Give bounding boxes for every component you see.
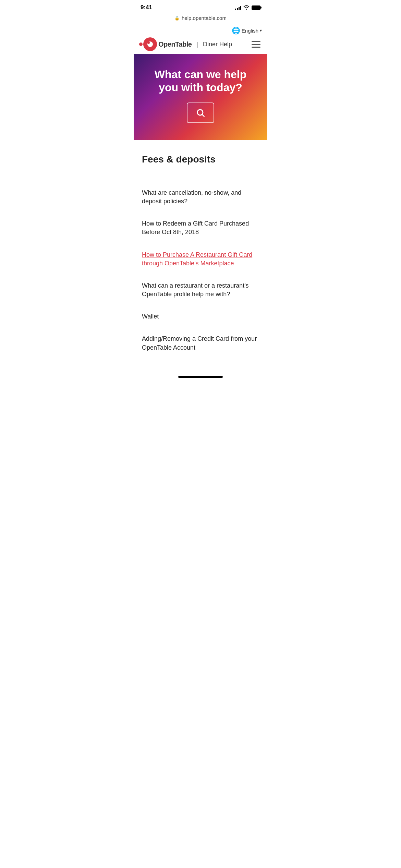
section-divider	[142, 172, 259, 172]
address-bar: 🔒 help.opentable.com	[134, 13, 267, 24]
header-nav: 🌐 English ▾ OpenTable | Diner Help	[134, 24, 267, 54]
article-link[interactable]: What are cancellation, no-show, and depo…	[142, 189, 259, 206]
language-label[interactable]: English	[242, 28, 258, 34]
brand-name: OpenTable	[158, 40, 192, 48]
status-icons	[235, 5, 260, 11]
list-item[interactable]: What are cancellation, no-show, and depo…	[142, 182, 259, 213]
battery-icon	[252, 5, 260, 10]
list-item[interactable]: Wallet	[142, 305, 259, 328]
wifi-icon	[243, 5, 250, 11]
article-list: What are cancellation, no-show, and depo…	[142, 182, 259, 359]
status-bar: 9:41	[134, 0, 267, 13]
list-item[interactable]: How to Purchase A Restaurant Gift Card t…	[142, 244, 259, 275]
hero-banner: What can we help you with today?	[134, 54, 267, 140]
brand-left: OpenTable | Diner Help	[139, 37, 232, 51]
address-text: help.opentable.com	[182, 15, 227, 21]
home-indicator	[134, 373, 267, 380]
section-title: Fees & deposits	[142, 154, 259, 165]
list-item[interactable]: Adding/Removing a Credit Card from your …	[142, 328, 259, 359]
opentable-logo[interactable]: OpenTable	[139, 37, 192, 51]
globe-icon: 🌐	[232, 26, 240, 35]
article-link[interactable]: Adding/Removing a Credit Card from your …	[142, 335, 259, 352]
home-bar	[178, 376, 223, 378]
signal-icon	[235, 5, 241, 10]
article-link[interactable]: How to Purchase A Restaurant Gift Card t…	[142, 251, 259, 268]
brand-row: OpenTable | Diner Help	[139, 37, 262, 51]
language-row[interactable]: 🌐 English ▾	[139, 26, 262, 35]
hamburger-menu-button[interactable]	[250, 40, 262, 49]
article-link[interactable]: Wallet	[142, 312, 259, 321]
article-link[interactable]: What can a restaurant or a restaurant's …	[142, 281, 259, 299]
diner-help-text: Diner Help	[203, 41, 232, 48]
status-time: 9:41	[141, 4, 152, 11]
logo-circle	[143, 37, 157, 51]
lock-icon: 🔒	[174, 16, 180, 21]
content-area: Fees & deposits What are cancellation, n…	[134, 140, 267, 366]
search-icon	[196, 108, 205, 118]
brand-separator: |	[196, 41, 198, 48]
article-link[interactable]: How to Redeem a Gift Card Purchased Befo…	[142, 219, 259, 237]
hero-title: What can we help you with today?	[144, 68, 257, 94]
chevron-down-icon: ▾	[260, 28, 262, 33]
search-button[interactable]	[187, 103, 214, 123]
list-item[interactable]: What can a restaurant or a restaurant's …	[142, 275, 259, 305]
list-item[interactable]: How to Redeem a Gift Card Purchased Befo…	[142, 213, 259, 243]
